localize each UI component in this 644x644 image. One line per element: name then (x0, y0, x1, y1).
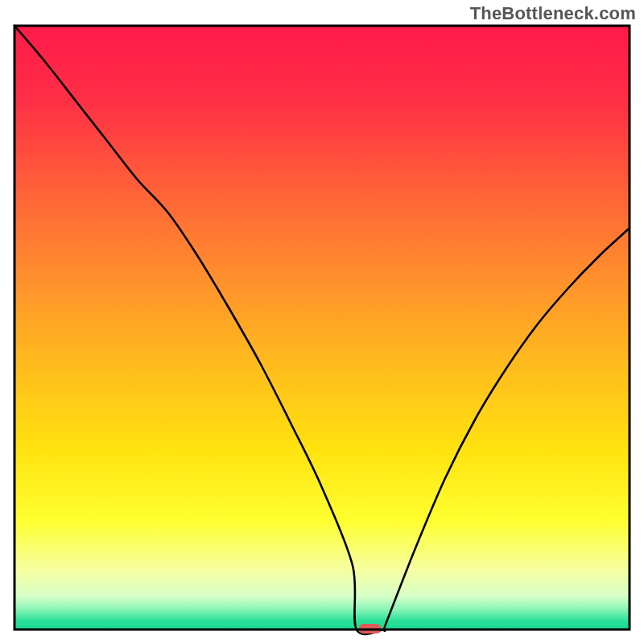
chart-container: TheBottleneck.com (0, 0, 644, 644)
bottleneck-curve-chart (0, 0, 644, 644)
plot-background (14, 26, 630, 630)
